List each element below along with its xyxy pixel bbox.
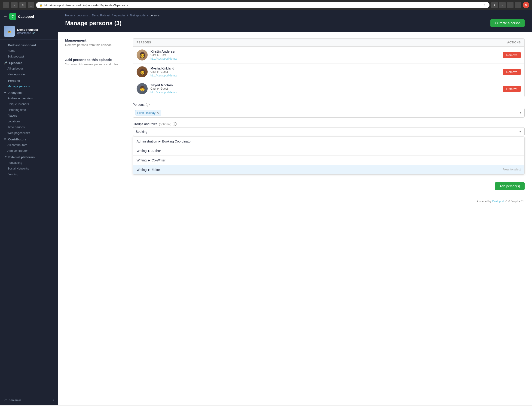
address-bar[interactable]: 🔒 http://castopod.demo/cp-admin/podcasts… <box>36 2 489 8</box>
main-content: Home / podcasts / Demo Podcast / episode… <box>58 10 532 405</box>
sidebar-back-button[interactable]: ← <box>4 14 7 18</box>
sidebar-item-locations[interactable]: Locations <box>0 118 58 124</box>
sidebar-item-listening-time[interactable]: Listening time <box>0 107 58 113</box>
app-container: ← C Castopod 📻 Demo Podcast @castopod 🔗 … <box>0 10 532 405</box>
sidebar-item-manage-persons[interactable]: Manage persons <box>0 83 58 89</box>
person-avatar-mysha: 👩 <box>137 66 148 77</box>
lock-icon: 🔒 <box>39 4 43 7</box>
person-role-sayed: Cast ► Guest <box>150 87 500 90</box>
sidebar-navigation: ☷ Podcast dashboard Home Edit podcast 🎤 … <box>0 40 58 395</box>
person-role-mysha: Cast ► Guest <box>150 70 500 73</box>
breadcrumb-home[interactable]: Home <box>65 14 73 17</box>
nav-section-analytics: ▼ Analytics <box>0 89 58 95</box>
person-info-kirstin: Kirstin Andersen Cast ► Host http://cast… <box>150 50 500 60</box>
management-table: PERSONS ACTIONS 👩 Kirstin Andersen Cast … <box>133 38 525 97</box>
breadcrumb-current: persons <box>150 14 160 17</box>
content-grid: Management Remove persons from this epis… <box>65 38 525 190</box>
sidebar-item-all-episodes[interactable]: All episodes <box>0 65 58 71</box>
back-button[interactable]: ‹ <box>3 2 9 8</box>
right-column: PERSONS ACTIONS 👩 Kirstin Andersen Cast … <box>133 38 525 190</box>
remove-button-sayed[interactable]: Remove <box>503 86 521 92</box>
persons-field-section: Persons ? Ellen Halliday ✕ ▼ <box>133 103 525 117</box>
add-persons-button[interactable]: Add person(s) <box>495 182 525 190</box>
username: benjamin <box>9 398 21 402</box>
col-actions-label: ACTIONS <box>507 41 521 44</box>
groups-field-section: Groups and roles (optional) ? Booking ▼ … <box>133 122 525 174</box>
add-persons-description: Add persons to this episode You may pick… <box>65 58 125 66</box>
groups-dropdown[interactable]: Booking ▼ <box>133 127 525 136</box>
app-logo: C <box>9 13 16 20</box>
breadcrumb-demo-podcast[interactable]: Demo Podcast <box>92 14 110 17</box>
breadcrumb-first-episode[interactable]: First episode <box>130 14 146 17</box>
sidebar: ← C Castopod 📻 Demo Podcast @castopod 🔗 … <box>0 10 58 405</box>
page-header: Home / podcasts / Demo Podcast / episode… <box>58 10 532 32</box>
nav-section-podcast-dashboard: ☷ Podcast dashboard <box>0 42 58 48</box>
person-avatar-sayed: 👨 <box>137 83 148 94</box>
person-link-mysha[interactable]: http://castopod.demo/ <box>150 74 177 77</box>
remove-button-mysha[interactable]: Remove <box>503 69 521 75</box>
sidebar-item-unique-listeners[interactable]: Unique listeners <box>0 101 58 107</box>
extensions-button[interactable]: ★ <box>491 2 498 8</box>
podcast-handle: @castopod 🔗 <box>17 31 38 35</box>
dropdown-option-booking[interactable]: Administration ► Booking Coordinator <box>133 137 524 146</box>
person-link-kirstin[interactable]: http://castopod.demo/ <box>150 57 177 60</box>
groups-help-icon[interactable]: ? <box>173 122 177 126</box>
sidebar-item-new-episode[interactable]: New episode <box>0 71 58 77</box>
nav-section-contributors: ♡ Contributors <box>0 136 58 142</box>
breadcrumb: Home / podcasts / Demo Podcast / episode… <box>65 14 525 17</box>
dropdown-option-editor[interactable]: Writing ► Editor Press to select <box>133 165 524 174</box>
add-persons-desc: You may pick several persons and roles <box>65 63 125 66</box>
refresh-button[interactable]: ↻ <box>19 2 26 8</box>
management-desc: Remove persons from this episode <box>65 43 125 47</box>
sidebar-item-time-periods[interactable]: Time periods <box>0 124 58 130</box>
sidebar-item-funding[interactable]: Funding <box>0 171 58 177</box>
col-persons-label: PERSONS <box>137 41 507 44</box>
breadcrumb-episodes[interactable]: episodes <box>114 14 126 17</box>
forward-button[interactable]: › <box>11 2 18 8</box>
sidebar-item-social-networks[interactable]: Social Networks <box>0 166 58 171</box>
selected-person-tag: Ellen Halliday ✕ <box>135 110 161 116</box>
microphone-icon: 🎤 <box>4 61 7 65</box>
dropdown-option-cowriter[interactable]: Writing ► Co-Writer <box>133 156 524 165</box>
tag-remove-button[interactable]: ✕ <box>156 111 159 115</box>
minimize-button[interactable] <box>507 2 514 8</box>
person-link-sayed[interactable]: http://castopod.demo/ <box>150 91 177 94</box>
create-person-button[interactable]: + Create a person <box>490 19 525 27</box>
close-button[interactable]: ✕ <box>523 2 529 8</box>
podcast-info[interactable]: 📻 Demo Podcast @castopod 🔗 <box>0 23 58 40</box>
groups-field-label: Groups and roles (optional) ? <box>133 122 525 126</box>
person-name-mysha: Mysha Kirkland <box>150 66 500 70</box>
sidebar-item-web-pages-visits[interactable]: Web pages visits <box>0 130 58 136</box>
add-persons-title: Add persons to this episode <box>65 58 125 62</box>
dropdown-selected-value: Booking <box>136 130 519 133</box>
menu-button[interactable]: ≡ <box>499 2 506 8</box>
dropdown-option-author[interactable]: Writing ► Author <box>133 146 524 156</box>
person-name-kirstin: Kirstin Andersen <box>150 50 500 53</box>
press-hint: Press to select <box>502 168 521 171</box>
sidebar-item-podcasting[interactable]: Podcasting <box>0 160 58 166</box>
persons-select[interactable]: Ellen Halliday ✕ ▼ <box>133 108 525 117</box>
persons-list: 👩 Kirstin Andersen Cast ► Host http://ca… <box>133 47 524 97</box>
star-icon: ☆ <box>483 3 486 7</box>
sidebar-item-players[interactable]: Players <box>0 113 58 118</box>
bookmark-button[interactable]: ◫ <box>28 2 34 8</box>
sidebar-item-add-contributor[interactable]: Add contributor <box>0 148 58 153</box>
nav-section-persons: ◫ Persons <box>0 77 58 83</box>
sidebar-item-edit-podcast[interactable]: Edit podcast <box>0 54 58 59</box>
sidebar-user[interactable]: ♡ benjamin › <box>0 395 58 405</box>
person-role-kirstin: Cast ► Host <box>150 53 500 57</box>
breadcrumb-podcasts[interactable]: podcasts <box>77 14 88 17</box>
dashboard-icon: ☷ <box>4 44 6 47</box>
sidebar-item-home[interactable]: Home <box>0 48 58 54</box>
add-button-container: Add person(s) <box>133 179 525 190</box>
persons-help-icon[interactable]: ? <box>146 103 149 107</box>
remove-button-kirstin[interactable]: Remove <box>503 52 521 58</box>
sidebar-item-audience-overview[interactable]: Audience overview <box>0 95 58 101</box>
podcast-thumbnail: 📻 <box>4 26 15 37</box>
castopod-link[interactable]: Castopod <box>492 200 504 203</box>
analytics-icon: ▼ <box>4 91 7 94</box>
maximize-button[interactable] <box>515 2 521 8</box>
table-header: PERSONS ACTIONS <box>133 39 524 47</box>
dropdown-arrow-icon: ▼ <box>519 130 522 133</box>
sidebar-item-all-contributors[interactable]: All contributors <box>0 142 58 148</box>
